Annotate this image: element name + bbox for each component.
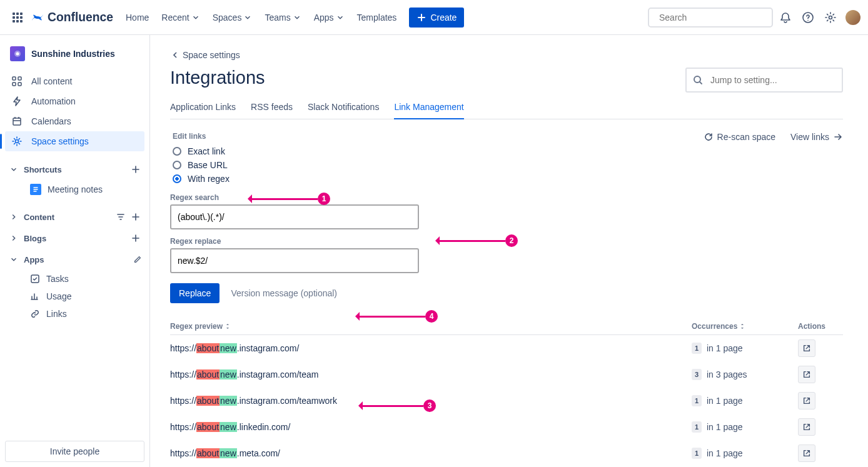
edit-apps-icon[interactable] — [133, 255, 142, 264]
nav-templates[interactable]: Templates — [352, 10, 402, 25]
nav-apps[interactable]: Apps — [309, 10, 350, 25]
external-link-icon — [802, 449, 811, 458]
sidebar-section-content[interactable]: Content — [5, 206, 144, 228]
svg-rect-2 — [20, 13, 23, 15]
link-icon — [30, 309, 40, 319]
tab-application-links[interactable]: Application Links — [170, 98, 236, 119]
global-header: Confluence Home Recent Spaces Teams Apps… — [0, 0, 868, 35]
svg-rect-16 — [13, 83, 16, 86]
regex-replace-input[interactable] — [170, 248, 419, 273]
create-button[interactable]: Create — [409, 8, 464, 28]
occurrence-cell: 1in 1 page — [692, 448, 798, 459]
svg-point-11 — [829, 16, 832, 19]
url-cell: https://aboutnew.meta.com/ — [170, 448, 692, 458]
sidebar-item-calendars[interactable]: Calendars — [5, 111, 144, 131]
table-row: https://aboutnew.instagram.com/teamwork1… — [170, 388, 843, 414]
jump-to-setting[interactable] — [685, 68, 843, 93]
svg-rect-15 — [18, 77, 21, 80]
replace-button[interactable]: Replace — [170, 283, 220, 303]
refresh-icon — [704, 132, 714, 142]
sidebar-section-apps[interactable]: Apps — [5, 249, 144, 270]
sidebar: Sunshine Industries All content Automati… — [0, 35, 150, 467]
shortcut-meeting-notes[interactable]: Meeting notes — [5, 180, 144, 199]
sort-icon — [225, 323, 231, 329]
chart-icon — [30, 291, 40, 301]
user-avatar[interactable] — [845, 10, 860, 25]
nav-spaces[interactable]: Spaces — [208, 10, 258, 25]
radio-exact-link[interactable]: Exact link — [170, 144, 704, 158]
occurrence-cell: 3in 3 pages — [692, 369, 798, 380]
open-link-button[interactable] — [798, 392, 815, 409]
tab-rss-feeds[interactable]: RSS feeds — [251, 98, 293, 119]
chevron-down-icon — [9, 255, 18, 264]
svg-rect-4 — [16, 16, 19, 19]
radio-with-regex[interactable]: With regex — [170, 172, 704, 186]
bolt-icon — [11, 96, 23, 107]
table-row: https://aboutnew.instagram.com/1in 1 pag… — [170, 335, 843, 361]
occurrence-cell: 1in 1 page — [692, 343, 798, 354]
breadcrumb[interactable]: Space settings — [170, 50, 843, 60]
sidebar-section-blogs[interactable]: Blogs — [5, 228, 144, 249]
space-header[interactable]: Sunshine Industries — [5, 40, 144, 68]
add-content-icon[interactable] — [129, 211, 142, 223]
add-blog-icon[interactable] — [129, 232, 142, 244]
preview-table: Regex preview Occurrences Actions https:… — [170, 318, 843, 466]
radio-dot — [173, 161, 181, 169]
chevron-left-icon — [170, 50, 180, 60]
header-left: Confluence Home Recent Spaces Teams Apps… — [8, 8, 464, 28]
help-icon[interactable] — [798, 8, 818, 28]
version-message-link[interactable]: Version message (optional) — [231, 288, 337, 298]
sort-icon — [739, 323, 745, 329]
app-tasks[interactable]: Tasks — [5, 270, 144, 288]
nav-recent[interactable]: Recent — [156, 10, 204, 25]
url-cell: https://aboutnew.instagram.com/teamwork — [170, 396, 692, 406]
open-link-button[interactable] — [798, 366, 815, 383]
tab-slack-notifications[interactable]: Slack Notifications — [308, 98, 379, 119]
svg-rect-17 — [18, 83, 21, 86]
filter-icon[interactable] — [116, 212, 126, 222]
regex-search-input[interactable] — [170, 204, 419, 229]
confluence-logo[interactable]: Confluence — [30, 10, 113, 25]
search-input[interactable] — [659, 13, 769, 23]
page-title: Integrations — [170, 68, 265, 88]
svg-point-13 — [16, 53, 19, 56]
nav-home[interactable]: Home — [121, 10, 154, 25]
url-cell: https://aboutnew.instagram.com/ — [170, 343, 692, 353]
settings-icon[interactable] — [820, 8, 840, 28]
radio-dot — [173, 147, 181, 156]
add-shortcut-icon[interactable] — [129, 163, 142, 176]
app-switcher-icon[interactable] — [8, 8, 28, 28]
sidebar-item-all-content[interactable]: All content — [5, 71, 144, 91]
main-content: Space settings Integrations Application … — [150, 35, 868, 467]
th-preview[interactable]: Regex preview — [170, 322, 692, 331]
svg-rect-18 — [13, 118, 21, 125]
sidebar-item-space-settings[interactable]: Space settings — [5, 131, 144, 151]
app-usage[interactable]: Usage — [5, 288, 144, 305]
tab-link-management[interactable]: Link Management — [394, 98, 463, 119]
grid-icon — [11, 76, 23, 87]
tabs: Application LinksRSS feedsSlack Notifica… — [170, 98, 843, 119]
open-link-button[interactable] — [798, 418, 815, 436]
view-links-button[interactable]: View links — [790, 132, 843, 142]
open-link-button[interactable] — [798, 444, 815, 462]
invite-people-button[interactable]: Invite people — [5, 441, 144, 462]
sidebar-item-automation[interactable]: Automation — [5, 91, 144, 111]
radio-base-url[interactable]: Base URL — [170, 158, 704, 172]
table-row: https://aboutnew.linkedin.com/1in 1 page — [170, 414, 843, 440]
notifications-icon[interactable] — [775, 8, 795, 28]
svg-rect-6 — [13, 20, 15, 23]
global-search[interactable] — [648, 8, 773, 28]
svg-point-19 — [16, 140, 19, 143]
nav-teams[interactable]: Teams — [260, 10, 306, 25]
regex-replace-label: Regex replace — [170, 237, 843, 246]
rescan-space-button[interactable]: Re-scan space — [704, 132, 775, 142]
chevron-down-icon — [9, 165, 18, 174]
jump-input[interactable] — [710, 75, 835, 85]
th-occurrences[interactable]: Occurrences — [692, 322, 798, 331]
table-row: https://aboutnew.instagram.com/team3in 3… — [170, 361, 843, 388]
space-name: Sunshine Industries — [31, 49, 115, 59]
open-link-button[interactable] — [798, 339, 815, 357]
search-icon — [693, 75, 703, 85]
app-links[interactable]: Links — [5, 305, 144, 323]
sidebar-section-shortcuts[interactable]: Shortcuts — [5, 159, 144, 180]
